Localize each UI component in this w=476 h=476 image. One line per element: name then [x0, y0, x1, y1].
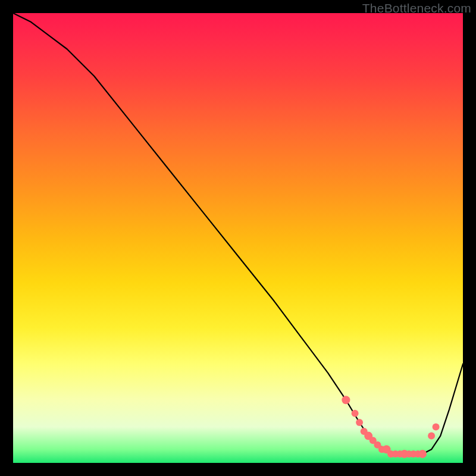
- highlight-dot: [356, 419, 363, 426]
- chart-svg: [13, 13, 463, 463]
- highlight-dot: [342, 396, 350, 404]
- highlight-dot: [428, 433, 435, 440]
- highlight-dot: [352, 410, 359, 417]
- highlight-dots: [342, 396, 439, 458]
- highlight-dot: [433, 424, 440, 431]
- curve-line: [13, 13, 463, 454]
- chart-frame: TheBottleneck.com: [0, 0, 476, 476]
- chart-plot-area: [13, 13, 463, 463]
- highlight-dot: [418, 450, 427, 458]
